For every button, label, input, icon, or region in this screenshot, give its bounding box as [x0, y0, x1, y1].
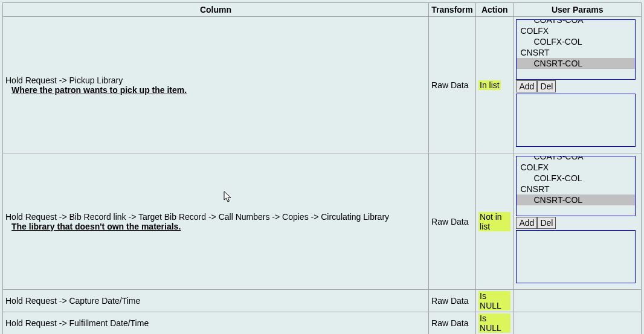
- library-listbox[interactable]: COATS-COA COLFX COLFX-COL CNSRT CNSRT-CO…: [516, 156, 636, 216]
- table-row: Hold Request -> Fulfillment Date/Time Ra…: [3, 312, 642, 335]
- transform-cell: Raw Data: [429, 312, 476, 335]
- column-cell: Hold Request -> Fulfillment Date/Time: [3, 312, 429, 335]
- list-item[interactable]: CNSRT-COL: [517, 194, 635, 205]
- list-item[interactable]: COLFX: [517, 25, 635, 36]
- action-cell: Is NULL: [476, 312, 514, 335]
- header-transform: Transform: [429, 3, 476, 17]
- params-cell: COATS-COA COLFX COLFX-COL CNSRT CNSRT-CO…: [514, 17, 642, 153]
- params-cell: [514, 290, 642, 312]
- action-cell: In list: [476, 17, 514, 153]
- column-cell: Hold Request -> Pickup Library Where the…: [3, 17, 429, 153]
- action-value: Is NULL: [478, 291, 510, 310]
- action-cell: Not in list: [476, 153, 514, 290]
- header-action: Action: [476, 3, 514, 17]
- table-row: Hold Request -> Bib Record link -> Targe…: [3, 153, 642, 290]
- column-desc: The library that doesn't own the materia…: [11, 222, 181, 231]
- header-params: User Params: [514, 3, 642, 17]
- add-button[interactable]: Add: [516, 217, 537, 229]
- selected-listbox[interactable]: [516, 230, 636, 283]
- transform-cell: Raw Data: [429, 290, 476, 312]
- column-path: Hold Request -> Bib Record link -> Targe…: [5, 212, 389, 222]
- list-item[interactable]: CNSRT: [517, 47, 635, 58]
- column-cell: Hold Request -> Bib Record link -> Targe…: [3, 153, 429, 290]
- column-desc: Where the patron wants to pick up the it…: [11, 85, 187, 95]
- list-item[interactable]: CNSRT-COL: [517, 58, 635, 69]
- action-value: Is NULL: [478, 313, 510, 333]
- list-item[interactable]: COLFX: [517, 162, 635, 173]
- del-button[interactable]: Del: [537, 80, 556, 92]
- list-item[interactable]: COATS-COA: [517, 156, 635, 162]
- action-value: Not in list: [478, 212, 510, 231]
- add-button[interactable]: Add: [516, 80, 537, 92]
- list-item[interactable]: COLFX-COL: [517, 36, 635, 47]
- params-cell: COATS-COA COLFX COLFX-COL CNSRT CNSRT-CO…: [514, 153, 642, 290]
- action-value: In list: [478, 80, 501, 90]
- list-item[interactable]: CNSRT: [517, 184, 635, 194]
- params-cell: [514, 312, 642, 335]
- column-path: Hold Request -> Pickup Library: [5, 75, 123, 85]
- filter-table: Column Transform Action User Params Hold…: [2, 2, 642, 334]
- transform-cell: Raw Data: [429, 17, 476, 153]
- list-item[interactable]: COATS-COA: [517, 19, 635, 25]
- transform-cell: Raw Data: [429, 153, 476, 290]
- del-button[interactable]: Del: [537, 217, 556, 229]
- list-item[interactable]: COLFX-COL: [517, 173, 635, 184]
- library-listbox[interactable]: COATS-COA COLFX COLFX-COL CNSRT CNSRT-CO…: [516, 19, 636, 80]
- table-row: Hold Request -> Pickup Library Where the…: [3, 17, 642, 153]
- selected-listbox[interactable]: [516, 94, 636, 147]
- action-cell: Is NULL: [476, 290, 514, 312]
- table-row: Hold Request -> Capture Date/Time Raw Da…: [3, 290, 642, 312]
- header-column: Column: [3, 3, 429, 17]
- column-cell: Hold Request -> Capture Date/Time: [3, 290, 429, 312]
